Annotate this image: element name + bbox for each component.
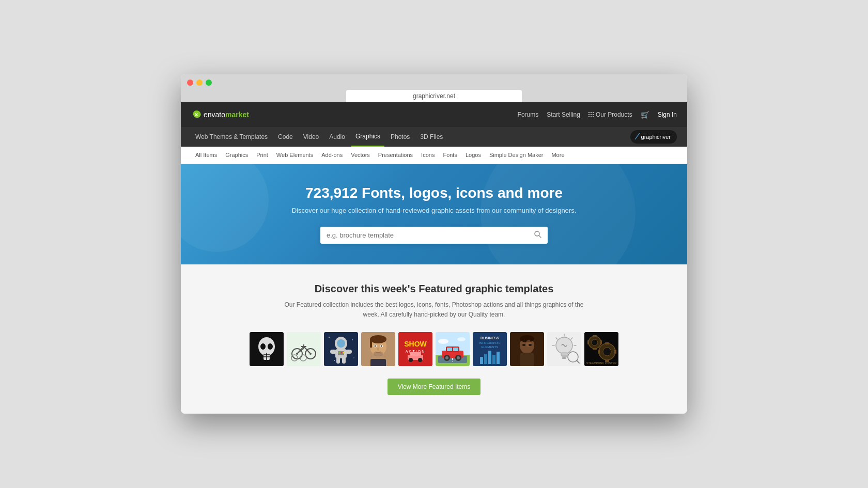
site-header: envatomarket Forums Start Selling Our Pr… (181, 102, 687, 127)
svg-point-46 (377, 348, 379, 351)
featured-description: Our Featured collection includes the bes… (279, 300, 589, 320)
subnav-graphics[interactable]: Graphics (221, 146, 252, 164)
gr-slash-icon: ∕ (637, 132, 638, 141)
svg-rect-63 (453, 348, 458, 351)
search-input[interactable] (327, 231, 534, 239)
graphicriver-badge: ∕ graphicriver (630, 130, 677, 144)
svg-rect-32 (336, 357, 340, 364)
svg-point-4 (260, 343, 266, 350)
svg-rect-41 (370, 339, 372, 348)
header-nav: Forums Start Selling Our Products 🛒 Sign… (518, 111, 677, 119)
subnav-presentations[interactable]: Presentations (374, 146, 417, 164)
minimize-button[interactable] (196, 80, 203, 86)
svg-point-53 (409, 358, 413, 362)
browser-chrome: graphicriver.net (181, 74, 687, 102)
featured-item-infographic[interactable]: BUSINESS INFOGRAPHIC ELEMENTS (473, 332, 507, 366)
nav-graphics[interactable]: Graphics (351, 127, 384, 147)
subnav-more[interactable]: More (547, 146, 568, 164)
svg-text:SHOW: SHOW (404, 340, 427, 348)
subnav-fonts[interactable]: Fonts (439, 146, 461, 164)
svg-point-102 (592, 339, 598, 345)
close-button[interactable] (187, 80, 193, 86)
view-more-button[interactable]: View More Featured Items (388, 379, 481, 395)
svg-rect-103 (593, 335, 597, 337)
forums-link[interactable]: Forums (518, 111, 539, 118)
svg-point-40 (370, 335, 386, 343)
svg-rect-112 (614, 350, 616, 354)
subnav-icons[interactable]: Icons (417, 146, 439, 164)
svg-point-37 (343, 352, 345, 354)
featured-item-bikes[interactable] (287, 332, 321, 366)
featured-section: Discover this week's Featured graphic te… (181, 264, 687, 414)
svg-point-26 (353, 357, 354, 358)
nav-code[interactable]: Code (274, 127, 297, 147)
our-products-menu[interactable]: Our Products (588, 111, 632, 118)
svg-point-25 (334, 360, 335, 361)
address-bar-row: graphicriver.net (187, 90, 681, 102)
featured-item-skull[interactable] (250, 332, 284, 366)
hero-subtitle: Discover our huge collection of hand-rev… (191, 207, 677, 214)
subnav-logos[interactable]: Logos (461, 146, 485, 164)
svg-point-24 (352, 339, 353, 340)
subnav-vectors[interactable]: Vectors (347, 146, 374, 164)
svg-rect-74 (480, 357, 483, 364)
svg-point-66 (445, 356, 448, 359)
featured-title: Discover this week's Featured graphic te… (191, 283, 677, 295)
subnav-addons[interactable]: Add-ons (317, 146, 347, 164)
subnav-web-elements[interactable]: Web Elements (272, 146, 317, 164)
svg-point-108 (603, 348, 611, 356)
featured-item-portrait[interactable] (361, 332, 395, 366)
traffic-lights (187, 80, 681, 90)
subnav-simple-design-maker[interactable]: Simple Design Maker (485, 146, 548, 164)
svg-rect-109 (605, 342, 609, 344)
search-icon[interactable] (534, 231, 541, 240)
svg-rect-111 (598, 350, 600, 354)
svg-rect-62 (447, 348, 452, 351)
featured-item-action[interactable]: SHOW ACTION (398, 332, 432, 366)
svg-rect-48 (370, 359, 386, 366)
svg-point-67 (457, 356, 460, 359)
featured-item-vector-car[interactable] (436, 332, 470, 366)
svg-point-0 (535, 231, 539, 236)
svg-point-36 (341, 352, 343, 354)
subnav-all-items[interactable]: All Items (191, 146, 221, 164)
svg-point-28 (337, 339, 345, 348)
nav-audio[interactable]: Audio (325, 127, 349, 147)
nav-web-themes[interactable]: Web Themes & Templates (191, 127, 272, 147)
svg-rect-33 (342, 357, 346, 364)
svg-rect-106 (600, 340, 602, 344)
svg-point-69 (457, 337, 466, 341)
start-selling-link[interactable]: Start Selling (547, 111, 580, 118)
nav-video[interactable]: Video (299, 127, 323, 147)
svg-line-1 (539, 235, 541, 238)
nav-3d-files[interactable]: 3D Files (416, 127, 447, 147)
featured-item-lightbulb[interactable] (547, 332, 581, 366)
cart-icon[interactable]: 🛒 (641, 111, 649, 119)
svg-point-54 (418, 358, 422, 362)
svg-point-35 (339, 352, 340, 354)
nav-photos[interactable]: Photos (386, 127, 414, 147)
subnav-print[interactable]: Print (252, 146, 272, 164)
svg-rect-77 (492, 355, 495, 364)
our-products-label: Our Products (596, 111, 632, 118)
svg-rect-92 (562, 357, 566, 359)
svg-point-45 (381, 345, 382, 347)
svg-rect-31 (346, 350, 352, 354)
svg-text:INFOGRAPHIC: INFOGRAPHIC (479, 341, 501, 344)
address-bar[interactable]: graphicriver.net (346, 90, 522, 102)
svg-rect-105 (587, 340, 589, 344)
svg-point-44 (375, 345, 376, 347)
main-nav: Web Themes & Templates Code Video Audio … (181, 127, 687, 147)
featured-items-grid: SHOW ACTION (191, 332, 677, 366)
svg-rect-47 (374, 352, 383, 356)
svg-rect-91 (562, 356, 567, 357)
grid-icon (588, 112, 594, 118)
featured-item-astronaut[interactable] (324, 332, 358, 366)
svg-rect-87 (510, 332, 544, 366)
maximize-button[interactable] (206, 80, 212, 86)
hero-section: 723,912 Fonts, logos, icons and more Dis… (181, 164, 687, 264)
featured-item-steampunk[interactable]: STEAMPUNK POSTER (584, 332, 618, 366)
gr-logo-text: graphicriver (641, 134, 671, 140)
sign-in-button[interactable]: Sign In (658, 111, 677, 118)
featured-item-dark-portrait[interactable] (510, 332, 544, 366)
